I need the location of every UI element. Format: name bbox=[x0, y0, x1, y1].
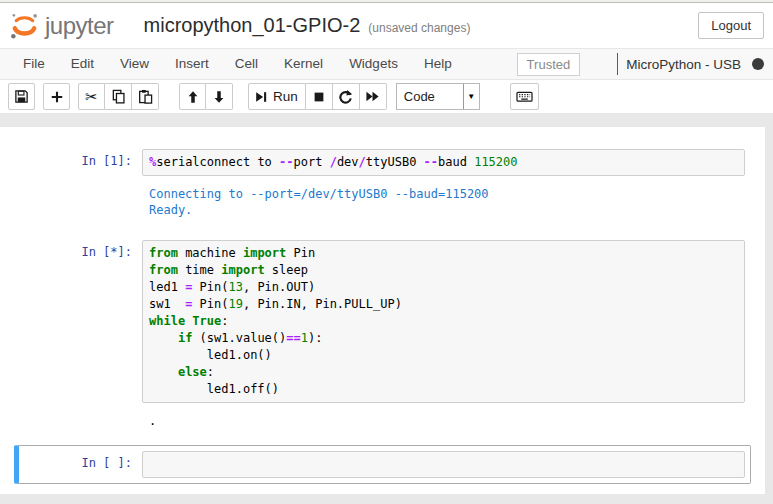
cell-code-text bbox=[149, 456, 738, 473]
code-cell-selected[interactable]: In [ ]: bbox=[14, 445, 751, 484]
refresh-icon bbox=[338, 89, 353, 104]
cell-type-value: Code bbox=[397, 89, 463, 104]
cell-output-row: Connecting to --port=/dev/ttyUSB0 --baud… bbox=[24, 186, 745, 218]
cell-code-editor[interactable] bbox=[142, 451, 745, 478]
copy-cells-button[interactable] bbox=[105, 83, 132, 110]
copy-icon bbox=[111, 89, 126, 104]
kernel-busy-indicator-icon bbox=[752, 58, 764, 70]
cell-input-prompt: In [1]: bbox=[24, 149, 142, 176]
menubar: File Edit View Insert Cell Kernel Widget… bbox=[0, 48, 773, 80]
run-cell-button[interactable]: Run bbox=[248, 83, 306, 110]
cell-type-dropdown[interactable]: Code ▼ bbox=[396, 83, 480, 110]
jupyter-logo-icon bbox=[9, 10, 40, 41]
save-button[interactable] bbox=[8, 83, 35, 110]
scissors-icon: ✂ bbox=[85, 89, 98, 104]
stop-icon bbox=[312, 90, 326, 104]
trusted-badge: Trusted bbox=[517, 53, 581, 76]
cell-input-prompt: In [*]: bbox=[24, 240, 142, 403]
cell-output-text: Connecting to --port=/dev/ttyUSB0 --baud… bbox=[149, 186, 745, 218]
cell-output: Connecting to --port=/dev/ttyUSB0 --baud… bbox=[142, 186, 745, 218]
interrupt-kernel-button[interactable] bbox=[306, 83, 333, 110]
cell-code-text: %serialconnect to --port /dev/ttyUSB0 --… bbox=[149, 154, 738, 171]
cell-output-row: . bbox=[24, 413, 745, 429]
menu-kernel[interactable]: Kernel bbox=[271, 49, 336, 79]
header: jupyter micropython_01-GPIO-2 (unsaved c… bbox=[0, 3, 773, 48]
cell-code-editor[interactable]: from machine import Pin from time import… bbox=[142, 240, 745, 403]
menu-view[interactable]: View bbox=[107, 49, 162, 79]
save-icon bbox=[14, 89, 29, 104]
logout-button[interactable]: Logout bbox=[698, 12, 764, 39]
restart-run-all-button[interactable] bbox=[360, 83, 387, 110]
keyboard-icon bbox=[516, 89, 533, 104]
cell-input-row: In [*]:from machine import Pin from time… bbox=[24, 240, 745, 403]
menu-cell[interactable]: Cell bbox=[222, 49, 271, 79]
cell-code-text: from machine import Pin from time import… bbox=[149, 245, 738, 398]
cell-output: . bbox=[142, 413, 745, 429]
plus-icon bbox=[50, 90, 64, 104]
move-cell-down-button[interactable] bbox=[206, 83, 233, 110]
arrow-up-icon bbox=[186, 90, 200, 104]
chevron-down-icon: ▼ bbox=[463, 84, 479, 109]
menu-file[interactable]: File bbox=[10, 49, 58, 79]
cell-output-prompt bbox=[24, 413, 142, 429]
move-cell-up-button[interactable] bbox=[179, 83, 206, 110]
run-button-label: Run bbox=[273, 89, 298, 104]
step-forward-icon bbox=[254, 90, 268, 104]
kernel-separator bbox=[617, 53, 618, 75]
notebook-container[interactable]: In [1]:%serialconnect to --port /dev/tty… bbox=[0, 127, 765, 494]
toolbar: ✂ bbox=[0, 80, 773, 113]
menu-edit[interactable]: Edit bbox=[58, 49, 107, 79]
notebook-background: In [1]:%serialconnect to --port /dev/tty… bbox=[0, 114, 773, 504]
fast-forward-icon bbox=[365, 89, 380, 104]
kernel-name: MicroPython - USB bbox=[626, 57, 741, 72]
cell-output-text: . bbox=[149, 413, 745, 429]
menu-insert[interactable]: Insert bbox=[162, 49, 222, 79]
cell-input-row: In [1]:%serialconnect to --port /dev/tty… bbox=[24, 149, 745, 176]
code-cell[interactable]: In [1]:%serialconnect to --port /dev/tty… bbox=[14, 143, 751, 224]
cell-input-row: In [ ]: bbox=[24, 451, 745, 478]
jupyter-logo-text: jupyter bbox=[45, 12, 114, 40]
cut-cells-button[interactable]: ✂ bbox=[78, 83, 105, 110]
arrow-down-icon bbox=[212, 90, 226, 104]
cell-input-prompt: In [ ]: bbox=[24, 451, 142, 478]
code-cell[interactable]: In [*]:from machine import Pin from time… bbox=[14, 234, 751, 435]
jupyter-logo[interactable]: jupyter bbox=[9, 10, 114, 41]
checkpoint-status: (unsaved changes) bbox=[368, 21, 470, 35]
menu-widgets[interactable]: Widgets bbox=[336, 49, 411, 79]
command-palette-button[interactable] bbox=[510, 83, 539, 110]
notebook-title[interactable]: micropython_01-GPIO-2 bbox=[144, 14, 361, 37]
insert-cell-below-button[interactable] bbox=[43, 83, 70, 110]
menu-help[interactable]: Help bbox=[411, 49, 465, 79]
paste-icon bbox=[138, 89, 153, 104]
cell-code-editor[interactable]: %serialconnect to --port /dev/ttyUSB0 --… bbox=[142, 149, 745, 176]
restart-kernel-button[interactable] bbox=[333, 83, 360, 110]
paste-cells-button[interactable] bbox=[132, 83, 159, 110]
cell-output-prompt bbox=[24, 186, 142, 218]
